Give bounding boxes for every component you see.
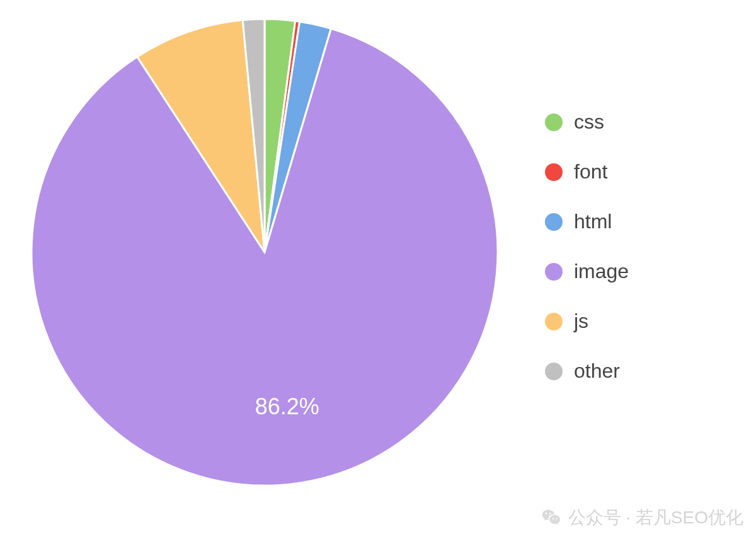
legend-swatch [545,213,563,231]
legend-item-image: image [545,260,629,283]
legend-swatch [545,313,563,330]
legend-item-css: css [545,110,629,134]
legend: css font html image js other [545,110,629,383]
watermark-text: 公众号 · 若凡SEO优化 [568,506,743,530]
legend-label: css [574,110,604,134]
pie-chart: 86.2% css font html image js other [0,0,756,536]
slice-label-image: 86.2% [255,393,319,420]
legend-item-other: other [545,359,629,383]
wechat-icon [541,507,562,528]
legend-label: html [574,210,612,233]
legend-swatch [545,263,563,281]
legend-item-html: html [545,210,629,233]
legend-item-font: font [545,160,629,184]
watermark: 公众号 · 若凡SEO优化 [541,506,743,530]
legend-swatch [545,163,563,181]
legend-label: image [574,260,629,283]
legend-swatch [545,363,563,380]
legend-item-js: js [545,310,629,333]
pie-svg [0,0,756,536]
legend-label: other [574,359,620,383]
legend-label: font [574,160,607,184]
legend-swatch [545,114,563,131]
legend-label: js [574,310,588,333]
